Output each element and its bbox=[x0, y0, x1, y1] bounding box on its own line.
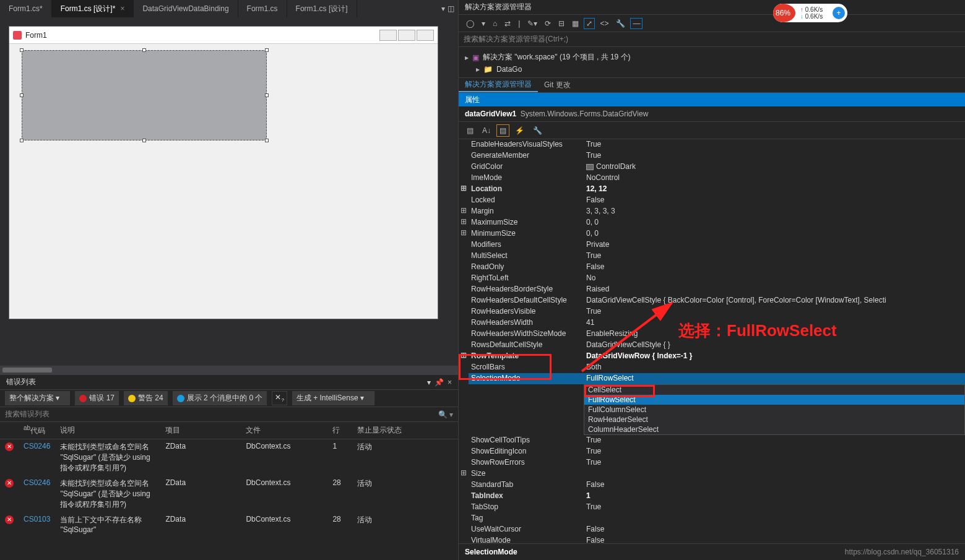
property-value[interactable]: EnableResizing bbox=[584, 329, 965, 340]
property-row[interactable]: Locked False bbox=[459, 195, 965, 206]
expand-icon[interactable] bbox=[459, 284, 469, 295]
property-row[interactable]: GenerateMember True bbox=[459, 150, 965, 162]
property-row[interactable]: RowHeadersVisible True bbox=[459, 306, 965, 317]
property-row[interactable]: ⊞ Location 12, 12 bbox=[459, 184, 965, 195]
expand-icon[interactable]: ⊞ bbox=[459, 468, 469, 480]
property-row[interactable]: ReadOnly False bbox=[459, 262, 965, 273]
dropdown-item[interactable]: ColumnHeaderSelect bbox=[584, 424, 964, 434]
sol-tab-git[interactable]: Git 更改 bbox=[538, 78, 577, 92]
property-row[interactable]: MultiSelect True bbox=[459, 251, 965, 262]
scope-dropdown[interactable]: 整个解决方案 ▾ bbox=[5, 391, 70, 405]
expand-icon[interactable] bbox=[459, 306, 469, 317]
expand-icon[interactable] bbox=[459, 480, 469, 491]
stop-icon[interactable]: — bbox=[630, 18, 643, 29]
property-row[interactable]: Modifiers Private bbox=[459, 239, 965, 251]
expand-icon[interactable] bbox=[459, 195, 469, 206]
property-row[interactable]: RowHeadersWidthSizeMode EnableResizing bbox=[459, 329, 965, 340]
tree-item[interactable]: ▸ 📁 DataGo bbox=[465, 64, 959, 75]
doc-tab-1[interactable]: Form1.cs [设计]*× bbox=[52, 0, 134, 17]
property-value[interactable]: False bbox=[584, 195, 965, 206]
property-row[interactable]: ShowCellToolTips True bbox=[459, 435, 965, 446]
property-row[interactable]: StandardTab False bbox=[459, 480, 965, 491]
expand-icon[interactable] bbox=[459, 317, 469, 329]
property-row[interactable]: GridColor ControlDark bbox=[459, 162, 965, 173]
properties-object[interactable]: dataGridView1 System.Windows.Forms.DataG… bbox=[459, 106, 965, 122]
dropdown-item[interactable]: RowHeaderSelect bbox=[584, 415, 964, 424]
error-row[interactable]: ✕ CS0103 当前上下文中不存在名称 "SqlSugar" ZData Db… bbox=[0, 512, 458, 536]
resize-handle[interactable] bbox=[142, 139, 146, 142]
expand-icon[interactable]: ⊞ bbox=[459, 206, 469, 217]
col-state[interactable]: 禁止显示状态 bbox=[352, 422, 458, 439]
property-value[interactable]: True bbox=[584, 446, 965, 457]
expand-icon[interactable] bbox=[459, 239, 469, 251]
resize-handle[interactable] bbox=[142, 48, 146, 52]
property-value[interactable]: Raised bbox=[584, 284, 965, 295]
categorize-icon[interactable]: ▤ bbox=[464, 124, 477, 137]
expand-icon[interactable] bbox=[459, 513, 469, 524]
property-row[interactable]: ShowRowErrors True bbox=[459, 457, 965, 468]
minimize-button[interactable] bbox=[379, 30, 397, 41]
close-icon[interactable]: × bbox=[120, 4, 124, 13]
property-row[interactable]: ImeMode NoControl bbox=[459, 173, 965, 184]
solution-tree[interactable]: ▸ ▣ 解决方案 "work.space" (19 个项目 , 共 19 个) … bbox=[459, 47, 965, 78]
errors-filter[interactable]: 错误 17 bbox=[75, 391, 119, 405]
property-value[interactable]: ControlDark bbox=[584, 162, 965, 173]
expand-icon[interactable]: ⊞ bbox=[459, 217, 469, 228]
property-pages-icon[interactable]: 🔧 bbox=[530, 124, 545, 137]
property-row[interactable]: ⊞ MaximumSize 0, 0 bbox=[459, 217, 965, 228]
property-value[interactable]: 3, 3, 3, 3 bbox=[584, 206, 965, 217]
error-row[interactable]: ✕ CS0246 未能找到类型或命名空间名 "SqlSugar" (是否缺少 u… bbox=[0, 439, 458, 476]
property-value[interactable]: 12, 12 bbox=[584, 184, 965, 195]
expand-icon[interactable] bbox=[459, 173, 469, 184]
property-value[interactable] bbox=[584, 513, 965, 524]
property-row[interactable]: TabStop True bbox=[459, 502, 965, 513]
scrollbar-thumb[interactable] bbox=[2, 368, 52, 373]
expand-icon[interactable] bbox=[459, 457, 469, 468]
datagridview-control[interactable] bbox=[22, 50, 267, 140]
show-all-icon[interactable]: ▦ bbox=[569, 18, 581, 29]
error-row[interactable]: ✕ CS0246 未能找到类型或命名空间名 "SqlSugar" (是否缺少 u… bbox=[0, 476, 458, 512]
property-value[interactable]: DataGridViewCellStyle { BackColor=Color … bbox=[584, 295, 965, 306]
property-row[interactable]: RowsDefaultCellStyle DataGridViewCellSty… bbox=[459, 340, 965, 351]
property-value[interactable]: True bbox=[584, 150, 965, 162]
resize-handle[interactable] bbox=[265, 48, 269, 52]
property-value[interactable]: 1 bbox=[584, 491, 965, 502]
property-value[interactable]: False bbox=[584, 262, 965, 273]
property-value[interactable]: DataGridViewRow { Index=-1 } bbox=[584, 351, 965, 362]
expand-icon[interactable] bbox=[459, 273, 469, 284]
expand-icon[interactable] bbox=[459, 491, 469, 502]
resize-handle[interactable] bbox=[20, 93, 24, 97]
property-value[interactable]: True bbox=[584, 457, 965, 468]
pin-icon[interactable]: 📌 bbox=[435, 378, 444, 387]
form-window[interactable]: Form1 bbox=[9, 26, 438, 319]
dropdown-item[interactable]: FullColumnSelect bbox=[584, 405, 964, 415]
property-value[interactable]: False bbox=[584, 535, 965, 543]
property-row[interactable]: RowHeadersBorderStyle Raised bbox=[459, 284, 965, 295]
expand-icon[interactable] bbox=[459, 139, 469, 150]
property-value[interactable]: True bbox=[584, 139, 965, 150]
build-dropdown[interactable]: 生成 + IntelliSense ▾ bbox=[292, 391, 374, 405]
refresh-icon[interactable]: ⟳ bbox=[542, 18, 553, 29]
property-value[interactable]: Both bbox=[584, 362, 965, 373]
property-row[interactable]: ⊞ RowTemplate DataGridViewRow { Index=-1… bbox=[459, 351, 965, 362]
property-row[interactable]: RightToLeft No bbox=[459, 273, 965, 284]
resize-handle[interactable] bbox=[20, 48, 24, 52]
search-icon[interactable]: 🔍 ▾ bbox=[438, 410, 453, 419]
dropdown-item[interactable]: FullRowSelect bbox=[584, 395, 964, 405]
resize-handle[interactable] bbox=[265, 139, 269, 142]
expand-icon[interactable]: ⊞ bbox=[459, 228, 469, 239]
property-value[interactable]: True bbox=[584, 502, 965, 513]
home-icon[interactable]: ⌂ bbox=[490, 18, 500, 29]
property-row[interactable]: SelectionMode FullRowSelect bbox=[459, 373, 965, 384]
col-desc[interactable]: 说明 bbox=[55, 422, 160, 439]
property-row[interactable]: RowHeadersWidth 41 bbox=[459, 317, 965, 329]
doc-tab-3[interactable]: Form1.cs bbox=[238, 0, 287, 17]
expand-icon[interactable] bbox=[459, 150, 469, 162]
property-value[interactable]: 0, 0 bbox=[584, 217, 965, 228]
collapse-icon[interactable]: ⊟ bbox=[556, 18, 567, 29]
error-table[interactable]: ab代码 说明 项目 文件 行 禁止显示状态 ✕ CS0246 未能找到类型或命… bbox=[0, 422, 458, 560]
property-row[interactable]: UseWaitCursor False bbox=[459, 524, 965, 535]
horizontal-scrollbar[interactable] bbox=[0, 366, 458, 374]
resize-handle[interactable] bbox=[20, 139, 24, 142]
expand-icon[interactable] bbox=[459, 162, 469, 173]
